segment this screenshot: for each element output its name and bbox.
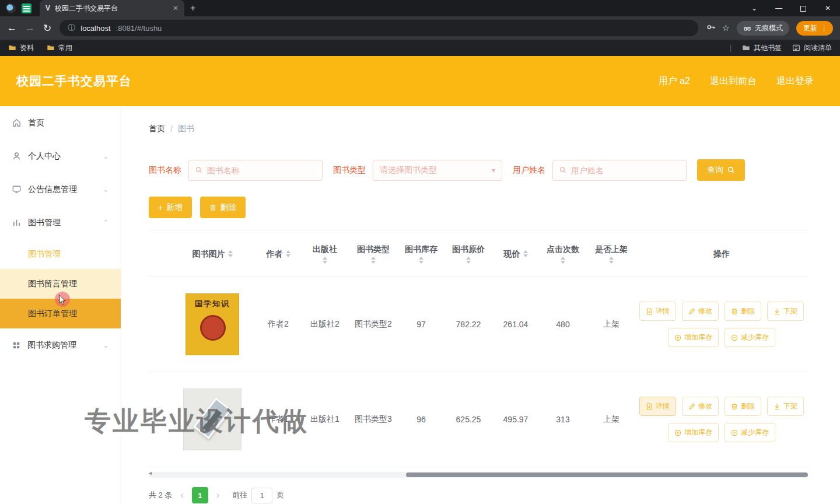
- sidebar-subitem-label: 图书留言管理: [28, 279, 77, 289]
- off-shelf-button[interactable]: 下架: [767, 397, 804, 416]
- user-name-input[interactable]: [571, 166, 680, 175]
- goto-page-input[interactable]: [251, 488, 272, 503]
- back-button[interactable]: ←: [7, 22, 17, 34]
- book-type-placeholder: 请选择图书类型: [380, 165, 437, 176]
- sidebar-subitem-book-order-mgmt[interactable]: 图书订单管理: [0, 299, 121, 328]
- window-controls: ⌄ — ✕: [742, 0, 840, 16]
- reload-button[interactable]: ↻: [43, 22, 51, 34]
- detail-button[interactable]: 详情: [639, 302, 676, 321]
- incognito-badge: 无痕模式: [737, 21, 789, 36]
- horizontal-scrollbar[interactable]: ◄: [149, 472, 808, 478]
- delete-row-button[interactable]: 删除: [724, 302, 761, 321]
- screen: V 校园二手书交易平台 ✕ + ⌄ — ✕ ← → ↻ ⓘ localhost …: [0, 0, 840, 504]
- chevron-down-icon: ⌄: [103, 185, 109, 194]
- col-book-type: 图书类型: [357, 243, 390, 255]
- prev-page-button[interactable]: ‹: [178, 490, 186, 501]
- delete-button-label: 删除: [220, 202, 236, 213]
- sidebar-item-label: 个人中心: [28, 151, 61, 162]
- arrow-down-icon: [774, 403, 780, 410]
- decrease-stock-button[interactable]: 减少库存: [724, 328, 775, 347]
- book-name-input[interactable]: [207, 166, 316, 175]
- row-select-cell[interactable]: [149, 372, 170, 467]
- sidebar-subitem-label: 图书管理: [28, 249, 61, 260]
- search-button[interactable]: 查询: [697, 159, 745, 181]
- browser-toolbar: ← → ↻ ⓘ localhost :8081/#/tushu ☆ 无痕模式 更…: [0, 16, 840, 40]
- browser-tab[interactable]: V 校园二手书交易平台 ✕: [40, 0, 184, 16]
- bookmarks-right: | 其他书签 阅读清单: [730, 43, 832, 53]
- sidebar-item-home[interactable]: 首页: [0, 106, 121, 139]
- selection-column-header[interactable]: [149, 230, 170, 277]
- col-original-price: 图书原价: [452, 243, 485, 255]
- row-operations: 详情 修改 删除 下架 增加库存 减少库存: [638, 302, 806, 347]
- key-icon[interactable]: [706, 23, 715, 34]
- sort-icon[interactable]: [561, 257, 565, 264]
- cell-stock: 97: [398, 277, 444, 372]
- sort-icon[interactable]: [323, 257, 327, 264]
- breadcrumb-home[interactable]: 首页: [149, 124, 165, 134]
- address-bar[interactable]: ⓘ localhost :8081/#/tushu: [60, 20, 698, 36]
- pen-icon: [688, 308, 695, 315]
- edit-button[interactable]: 修改: [682, 397, 719, 416]
- sidebar-item-book-mgmt[interactable]: 图书管理 ⌃: [0, 206, 121, 239]
- off-shelf-button[interactable]: 下架: [767, 302, 804, 321]
- logout-link[interactable]: 退出登录: [776, 75, 814, 88]
- page-number-button[interactable]: 1: [192, 487, 208, 503]
- edit-button[interactable]: 修改: [682, 302, 719, 321]
- sidebar-item-label: 图书管理: [28, 218, 61, 228]
- book-type-select[interactable]: 请选择图书类型 ▾: [373, 160, 502, 181]
- scrollbar-thumb[interactable]: [406, 473, 808, 477]
- sidebar-item-book-purchase-mgmt[interactable]: 图书求购管理 ⌄: [0, 328, 121, 362]
- bookmark-star-icon[interactable]: ☆: [722, 23, 730, 33]
- search-icon: [195, 166, 202, 174]
- sort-icon[interactable]: [466, 257, 471, 264]
- window-maximize-button[interactable]: [791, 0, 816, 16]
- header-username[interactable]: 用户 a2: [659, 75, 690, 88]
- reading-list-button[interactable]: 阅读清单: [792, 43, 832, 53]
- bookmark-folder-changyong[interactable]: 常用: [47, 43, 72, 53]
- sidebar-subitem-book-mgmt[interactable]: 图书管理: [0, 239, 121, 269]
- col-on-shelf: 是否上架: [595, 243, 628, 255]
- url-host: localhost: [80, 24, 110, 33]
- increase-stock-button[interactable]: 增加库存: [668, 328, 719, 347]
- site-info-icon[interactable]: ⓘ: [68, 23, 75, 33]
- add-button[interactable]: + 新增: [149, 197, 192, 218]
- notes-app-icon[interactable]: [22, 4, 32, 13]
- window-minimize-button[interactable]: —: [766, 0, 791, 16]
- sidebar-subitem-book-message-mgmt[interactable]: 图书留言管理: [0, 269, 121, 299]
- cell-author: 作者1: [255, 372, 302, 467]
- app-title: 校园二手书交易平台: [16, 73, 132, 89]
- browser-menu-icon[interactable]: ⋮: [821, 24, 828, 32]
- sort-icon[interactable]: [228, 250, 233, 257]
- pagination-total: 共 2 条: [149, 490, 172, 501]
- exit-to-front-link[interactable]: 退出到前台: [710, 75, 757, 88]
- sort-icon[interactable]: [419, 257, 424, 264]
- sort-icon[interactable]: [523, 250, 528, 257]
- sort-icon[interactable]: [371, 257, 376, 264]
- tab-close-icon[interactable]: ✕: [173, 4, 178, 12]
- delete-button[interactable]: 删除: [200, 197, 246, 218]
- col-clicks: 点击次数: [547, 243, 579, 255]
- increase-stock-button[interactable]: 增加库存: [668, 423, 719, 442]
- table-toolbar: + 新增 删除: [149, 197, 808, 218]
- browser-logo-icon[interactable]: [6, 4, 16, 13]
- detail-button[interactable]: 详情: [639, 397, 676, 416]
- forward-button[interactable]: →: [25, 22, 35, 34]
- breadcrumb-separator: /: [170, 124, 173, 134]
- document-icon: [646, 403, 653, 410]
- sidebar-item-personal-center[interactable]: 个人中心 ⌄: [0, 139, 121, 173]
- row-select-cell[interactable]: [149, 277, 170, 372]
- book-cover-image[interactable]: 国学知识: [186, 293, 239, 355]
- sidebar-item-notice-mgmt[interactable]: 公告信息管理 ⌄: [0, 173, 121, 206]
- other-bookmarks-button[interactable]: 其他书签: [742, 43, 782, 53]
- book-cover-image[interactable]: [183, 388, 242, 450]
- next-page-button[interactable]: ›: [214, 490, 222, 501]
- decrease-stock-button[interactable]: 减少库存: [724, 423, 775, 442]
- delete-row-button[interactable]: 删除: [724, 397, 761, 416]
- sort-icon[interactable]: [286, 250, 290, 257]
- window-close-button[interactable]: ✕: [816, 0, 840, 16]
- sort-icon[interactable]: [609, 257, 614, 264]
- bookmark-folder-ziliao[interactable]: 资料: [8, 43, 34, 53]
- tab-search-icon[interactable]: ⌄: [742, 0, 766, 16]
- new-tab-button[interactable]: +: [190, 3, 195, 13]
- browser-update-button[interactable]: 更新 ⋮: [796, 21, 833, 36]
